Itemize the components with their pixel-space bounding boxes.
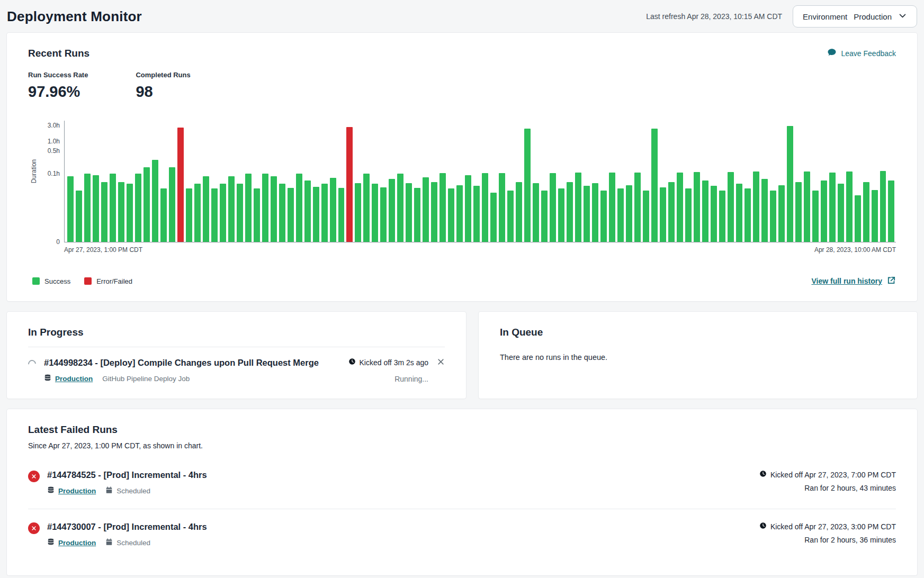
chart-bar[interactable] xyxy=(313,187,319,242)
chart-bar[interactable] xyxy=(634,173,641,242)
chart-bar[interactable] xyxy=(728,172,734,242)
chart-bar[interactable] xyxy=(448,188,454,242)
chart-bar[interactable] xyxy=(736,184,742,242)
chart-bar[interactable] xyxy=(685,188,692,242)
chart-bar[interactable] xyxy=(288,188,294,242)
chart-bar[interactable] xyxy=(473,186,480,242)
chart-bar[interactable] xyxy=(668,182,675,242)
chart-bar[interactable] xyxy=(584,186,590,242)
chart-bar[interactable] xyxy=(761,179,768,242)
chart-bar[interactable] xyxy=(355,183,361,242)
chart-bar[interactable] xyxy=(194,184,201,242)
chart-bar[interactable] xyxy=(237,184,243,242)
chart-bar[interactable] xyxy=(279,184,285,242)
chart-bar[interactable] xyxy=(778,185,785,242)
chart-bar[interactable] xyxy=(84,174,91,242)
chart-bar[interactable] xyxy=(490,193,497,242)
chart-bar[interactable] xyxy=(118,182,124,242)
chart-bar[interactable] xyxy=(330,178,336,242)
chart-bar[interactable] xyxy=(271,176,277,242)
leave-feedback-button[interactable]: Leave Feedback xyxy=(827,48,896,59)
chart-bar[interactable] xyxy=(262,174,268,242)
chart-bar[interactable] xyxy=(719,191,725,242)
chart-bar[interactable] xyxy=(456,185,463,242)
chart-bar[interactable] xyxy=(804,171,810,242)
chart-bar[interactable] xyxy=(829,173,836,242)
chart-bar[interactable] xyxy=(76,191,82,242)
chart-bar[interactable] xyxy=(855,195,861,242)
chart-bar[interactable] xyxy=(694,172,700,242)
chart-bar[interactable] xyxy=(186,188,192,242)
environment-dropdown[interactable]: Environment Production xyxy=(793,5,917,28)
chart-bar[interactable] xyxy=(397,174,403,242)
chart-bar[interactable] xyxy=(677,173,683,242)
chart-bar[interactable] xyxy=(626,185,632,242)
chart-bar[interactable] xyxy=(245,174,252,242)
chart-bar[interactable] xyxy=(770,191,776,242)
chart-bar[interactable] xyxy=(423,177,429,242)
environment-link[interactable]: Production xyxy=(55,375,93,383)
chart-bar[interactable] xyxy=(296,174,302,242)
chart-bar[interactable] xyxy=(389,179,395,242)
chart-bar[interactable] xyxy=(152,160,158,242)
chart-bar[interactable] xyxy=(863,182,869,242)
chart-bar[interactable] xyxy=(143,167,150,242)
chart-bar[interactable] xyxy=(211,188,218,242)
chart-bar[interactable] xyxy=(177,128,184,242)
chart-bar[interactable] xyxy=(414,188,420,242)
chart-bar[interactable] xyxy=(541,191,548,242)
chart-bar[interactable] xyxy=(439,173,446,242)
chart-bar[interactable] xyxy=(67,176,74,242)
environment-link[interactable]: Production xyxy=(58,539,96,547)
chart-bar[interactable] xyxy=(507,191,514,242)
chart-bar[interactable] xyxy=(888,180,894,242)
chart-bar[interactable] xyxy=(304,180,311,242)
chart-bar[interactable] xyxy=(499,173,505,242)
chart-bar[interactable] xyxy=(372,184,378,242)
chart-bar[interactable] xyxy=(787,126,793,242)
chart-bar[interactable] xyxy=(880,171,886,242)
cancel-run-button[interactable] xyxy=(437,358,445,366)
chart-bar[interactable] xyxy=(533,183,539,242)
chart-bar[interactable] xyxy=(363,174,370,242)
chart-bar[interactable] xyxy=(482,173,488,242)
chart-bar[interactable] xyxy=(651,129,658,242)
chart-bar[interactable] xyxy=(203,176,209,242)
environment-link[interactable]: Production xyxy=(58,487,96,495)
chart-bar[interactable] xyxy=(406,183,412,242)
chart-bar[interactable] xyxy=(660,187,666,242)
chart-bar[interactable] xyxy=(254,188,260,242)
chart-bar[interactable] xyxy=(592,183,598,242)
chart-bar[interactable] xyxy=(431,182,437,242)
chart-bar[interactable] xyxy=(220,184,226,242)
chart-bar[interactable] xyxy=(93,175,99,242)
chart-bar[interactable] xyxy=(567,182,573,242)
chart-bar[interactable] xyxy=(346,127,353,242)
chart-bar[interactable] xyxy=(169,167,175,242)
chart-bar[interactable] xyxy=(558,188,564,242)
chart-bar[interactable] xyxy=(524,129,531,242)
chart-bar[interactable] xyxy=(600,191,607,242)
chart-bar[interactable] xyxy=(110,174,116,242)
chart-bar[interactable] xyxy=(838,184,844,242)
chart-bar[interactable] xyxy=(711,186,717,242)
chart-bar[interactable] xyxy=(609,173,615,242)
chart-bar[interactable] xyxy=(135,174,141,242)
chart-bar[interactable] xyxy=(321,184,328,242)
chart-bar[interactable] xyxy=(101,182,107,242)
chart-bar[interactable] xyxy=(338,188,345,242)
chart-bar[interactable] xyxy=(702,180,708,242)
chart-bar[interactable] xyxy=(846,171,853,242)
chart-bar[interactable] xyxy=(821,180,827,242)
chart-bar[interactable] xyxy=(465,175,471,242)
chart-bar[interactable] xyxy=(228,176,235,242)
chart-bar[interactable] xyxy=(617,188,624,242)
chart-bar[interactable] xyxy=(753,171,759,242)
chart-bar[interactable] xyxy=(380,187,387,242)
view-full-run-history-link[interactable]: View full run history xyxy=(811,276,896,286)
chart-bar[interactable] xyxy=(812,191,819,242)
chart-bar[interactable] xyxy=(872,190,878,242)
chart-bar[interactable] xyxy=(795,182,802,242)
chart-bar[interactable] xyxy=(516,182,522,242)
chart-bar[interactable] xyxy=(127,184,133,242)
